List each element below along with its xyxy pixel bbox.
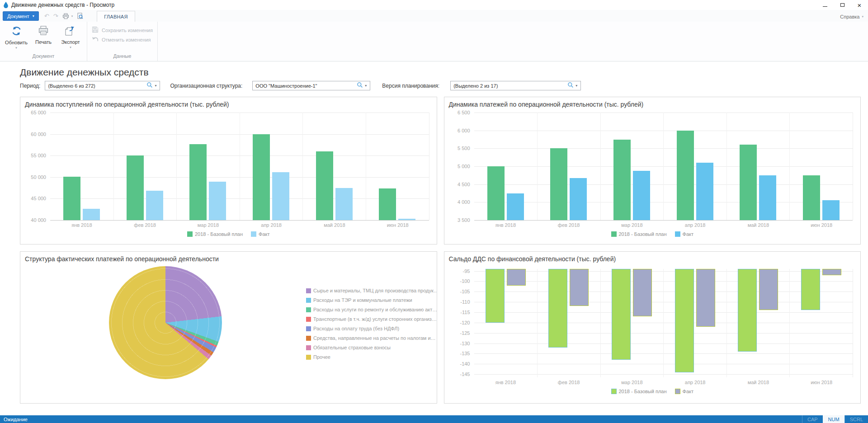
x-axis-label: июн 2018 bbox=[790, 380, 853, 385]
legend-swatch bbox=[306, 326, 311, 331]
dashboard-grid: Динамика поступлений по операционной дея… bbox=[20, 97, 861, 404]
keyboard-indicators: CAP NUM SCRL bbox=[802, 415, 868, 423]
print-button[interactable]: Печать bbox=[30, 23, 57, 52]
period-select-value: (Выделено 6 из 272) bbox=[48, 83, 146, 89]
bar-chart-payments: 3 5004 0004 5005 0005 5006 0006 500янв 2… bbox=[449, 113, 856, 237]
redo-icon[interactable]: ↷ bbox=[53, 13, 58, 19]
refresh-icon bbox=[10, 25, 23, 38]
bars-row bbox=[474, 269, 853, 377]
minimize-button[interactable] bbox=[816, 0, 834, 10]
chevron-down-icon: ▾ bbox=[363, 84, 368, 88]
y-tick-label: 55 000 bbox=[25, 153, 46, 158]
y-tick-label: -100 bbox=[449, 278, 470, 284]
save-changes-button[interactable]: Сохранить изменения bbox=[92, 25, 153, 35]
quick-print-icon[interactable] bbox=[62, 13, 69, 19]
y-tick-label: 45 000 bbox=[25, 196, 46, 201]
chart-legend: 2018 - Базовый планФакт bbox=[25, 231, 432, 237]
y-tick-label: 4 500 bbox=[449, 182, 470, 187]
chevron-down-icon: ▾ bbox=[15, 46, 17, 50]
category-cell bbox=[789, 269, 853, 377]
quick-access-toolbar: ↶ ↷ ▾ bbox=[44, 13, 83, 19]
legend-item: Транспортные (в т.ч. ж/д) услуги сторонн… bbox=[306, 316, 437, 322]
x-axis-label: фев 2018 bbox=[537, 380, 600, 385]
chart-plot-area: 40 00045 00050 00055 00060 00065 000 bbox=[25, 113, 432, 220]
chart-title-saldo: Сальдо ДДС по финансовой деятельности (т… bbox=[449, 255, 856, 263]
bar bbox=[633, 269, 652, 316]
y-tick-label: -110 bbox=[449, 299, 470, 305]
bar bbox=[253, 134, 270, 220]
bar bbox=[613, 140, 631, 221]
chart-panel-payments: Динамика платежей по операционной деятел… bbox=[444, 97, 861, 244]
bar bbox=[146, 191, 163, 220]
y-tick-label: -130 bbox=[449, 341, 470, 346]
y-tick-label: 6 500 bbox=[449, 110, 470, 115]
period-select[interactable]: (Выделено 6 из 272) ▾ bbox=[45, 81, 160, 90]
category-cell bbox=[240, 113, 303, 220]
undo-icon[interactable]: ↶ bbox=[44, 13, 49, 19]
bar bbox=[759, 175, 776, 220]
x-axis-label: апр 2018 bbox=[240, 222, 303, 228]
bar bbox=[272, 172, 289, 220]
category-cell bbox=[302, 113, 366, 220]
y-tick-label: -125 bbox=[449, 330, 470, 336]
chart-plot bbox=[50, 113, 429, 220]
bar bbox=[486, 269, 505, 323]
category-cell bbox=[726, 113, 790, 220]
print-preview-icon[interactable] bbox=[77, 13, 83, 19]
legend-item: Обязательные страховые взносы bbox=[306, 345, 437, 350]
bar bbox=[570, 178, 587, 220]
legend-label: Транспортные (в т.ч. ж/д) услуги сторонн… bbox=[313, 316, 437, 322]
plan-version-select[interactable]: (Выделено 2 из 17) ▾ bbox=[450, 81, 581, 90]
ribbon: Обновить ▾ Печать bbox=[0, 22, 868, 61]
legend-item: Расходы на ТЭР и коммунальные платежи bbox=[306, 297, 437, 303]
legend-label: Факт bbox=[683, 231, 693, 237]
y-tick-label: 40 000 bbox=[25, 217, 46, 223]
x-axis-label: май 2018 bbox=[727, 222, 790, 228]
y-tick-label: -140 bbox=[449, 361, 470, 367]
category-cell bbox=[474, 269, 538, 377]
y-tick-label: -120 bbox=[449, 320, 470, 325]
legend-swatch bbox=[675, 389, 680, 394]
legend-swatch bbox=[187, 231, 193, 237]
x-axis-label: апр 2018 bbox=[664, 380, 727, 385]
gridline bbox=[50, 220, 429, 221]
chart-plot-area: 3 5004 0004 5005 0005 5006 0006 500 bbox=[449, 113, 856, 220]
maximize-button[interactable] bbox=[834, 0, 851, 10]
save-icon bbox=[92, 26, 99, 34]
bar bbox=[63, 177, 80, 220]
x-axis-label: мар 2018 bbox=[600, 380, 664, 385]
help-button[interactable]: Справка ▾ bbox=[840, 14, 863, 19]
legend-item: 2018 - Базовый план bbox=[611, 389, 667, 394]
bar bbox=[633, 171, 650, 220]
org-structure-select[interactable]: ООО "Машиностроение-1" ▾ bbox=[252, 81, 370, 90]
legend-label: 2018 - Базовый план bbox=[195, 231, 243, 237]
app-droplet-icon bbox=[3, 2, 9, 8]
x-axis-label: мар 2018 bbox=[177, 222, 240, 228]
legend-item: 2018 - Базовый план bbox=[187, 231, 243, 237]
tab-glavnaya[interactable]: ГЛАВНАЯ bbox=[97, 11, 135, 22]
bar bbox=[740, 145, 757, 220]
y-tick-label: 65 000 bbox=[25, 110, 46, 115]
document-menu-button[interactable]: Документ ▾ bbox=[3, 11, 39, 21]
category-cell bbox=[726, 269, 790, 377]
legend-swatch bbox=[306, 307, 311, 312]
chevron-down-icon[interactable]: ▾ bbox=[71, 14, 73, 18]
bar bbox=[507, 269, 526, 286]
refresh-label: Обновить bbox=[5, 40, 28, 45]
undo-changes-button[interactable]: Отменить изменения bbox=[92, 35, 153, 44]
close-button[interactable]: × bbox=[851, 0, 868, 10]
refresh-button[interactable]: Обновить ▾ bbox=[3, 23, 30, 52]
bar bbox=[612, 269, 631, 360]
y-tick-label: 50 000 bbox=[25, 174, 46, 180]
chart-title-structure: Структура фактических платежей по операц… bbox=[25, 255, 432, 263]
bars-row bbox=[474, 113, 853, 220]
legend-label: 2018 - Базовый план bbox=[619, 231, 667, 237]
x-axis: янв 2018фев 2018мар 2018апр 2018май 2018… bbox=[474, 380, 854, 385]
printer-icon bbox=[38, 25, 49, 38]
filter-bar: Период: (Выделено 6 из 272) ▾ Организаци… bbox=[20, 81, 868, 90]
search-icon bbox=[357, 82, 363, 89]
bar bbox=[550, 148, 567, 220]
export-label: Экспорт bbox=[61, 39, 80, 45]
export-button[interactable]: Экспорт ▾ bbox=[57, 23, 84, 52]
bar bbox=[822, 269, 841, 275]
